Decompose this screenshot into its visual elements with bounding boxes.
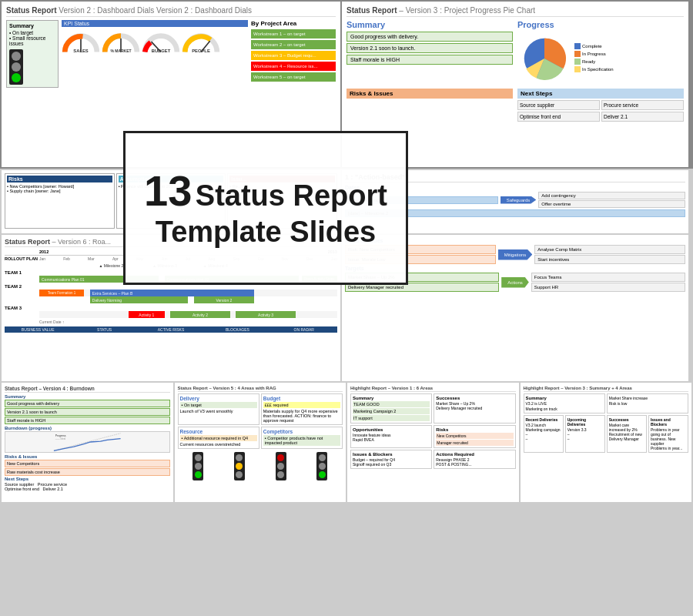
dial-sales: SALES <box>62 29 100 59</box>
risks-col: Risks • New Competitors [owner: Howard] … <box>5 173 115 229</box>
safeguard1: Add contingency <box>538 192 685 199</box>
pie-chart-container: Complete In Progress Ready In Specificat… <box>517 32 684 85</box>
summary-title: Summary <box>9 23 55 28</box>
rag-budget: Budget £££ required Materials supply for… <box>261 393 343 425</box>
slide-highlight2: Highlight Report – Version 3 : Summary +… <box>521 383 692 502</box>
slide2-header: Status Report – Version 3 : Project Prog… <box>346 6 684 17</box>
ws2: Workstream 2 – on target <box>251 40 336 49</box>
rag-delivery: Delivery • On target Launch of V3 went s… <box>178 393 259 425</box>
overlay-content: 13 Status Report Template Slides <box>144 166 387 249</box>
dial-people: PEOPLE <box>182 29 220 59</box>
next-step-procure: Procure service <box>601 100 684 110</box>
highlight2-header: Highlight Report – Version 3 : Summary +… <box>524 386 689 392</box>
rag-competitors: Competitors • Competitor products have n… <box>261 427 343 449</box>
h1-issues: Issues & Blockers Budget – required for … <box>350 450 432 469</box>
h2-market-share: Market Share increase Risk is low <box>607 393 688 413</box>
dial-market: % MARKET <box>102 29 140 59</box>
h1-actions: Actions Required Reassign PHASE 2 POST &… <box>434 450 515 469</box>
summary-item3: Staff morale is HIGH <box>346 55 513 65</box>
action2: Support HR <box>531 283 685 292</box>
dial-budget: BUDGET <box>142 29 180 59</box>
svg-text:—— Ideal: —— Ideal <box>55 437 66 440</box>
traffic-light <box>9 49 23 85</box>
h2-upcoming: Upcoming Deliveries Version 3.3 – – <box>565 415 605 453</box>
mitigation1: Analyse Comp Matrix <box>534 245 685 254</box>
h1-opportunities: Opportunities Innovate feature ideas Rap… <box>350 425 432 448</box>
h1-risks: Risks New Competitors Manager recruited <box>434 425 515 448</box>
ws4: Workstream 4 – Resource iss... <box>251 62 336 71</box>
svg-text:SALES: SALES <box>73 49 89 53</box>
by-project-title: By Project Area <box>251 20 336 27</box>
next-step-deliver: Deliver 2.1 <box>601 112 684 122</box>
overlay-number: 13 <box>144 166 192 215</box>
action1: Focus Teams <box>531 273 685 282</box>
risks-issues-heading: Risks & Issues <box>346 89 513 99</box>
h2-recent: Recent Deliveries V3.2 launch Marketing … <box>524 415 564 453</box>
report-table: BUSINESS VALUESTATUSACTIVE RISKSBLOCKAGE… <box>5 326 337 333</box>
slide1-title: Status Report <box>6 6 57 15</box>
h2-summary: Summary V3.2 is LIVE Marketing on track <box>524 393 605 413</box>
burndown-chart: Progress —— Ideal <box>5 431 170 453</box>
h2-successes: Successes Market care increased by 2% Re… <box>607 415 647 453</box>
by-project-area: By Project Area Workstream 1 – on target… <box>251 20 336 88</box>
slide-rag: Status Report – Version 5 : 4 Areas with… <box>175 383 346 502</box>
h1-summary: Summary TEAM GOOD Marketing Campaign 2 I… <box>350 393 432 424</box>
kpi-title: KPI Status <box>62 20 248 27</box>
pie-legend: Complete In Progress Ready In Specificat… <box>574 43 614 74</box>
next-step-source: Source supplier <box>517 100 600 110</box>
summary-item1: Good progress with delivery. <box>346 32 513 42</box>
svg-text:BUDGET: BUDGET <box>152 49 171 53</box>
progress-heading: Progress <box>517 20 684 29</box>
slide-highlight1: Highlight Report – Version 1 : 6 Areas S… <box>347 383 519 502</box>
kpi-section: KPI Status SALES <box>62 20 248 88</box>
rag-traffic-lights <box>178 452 343 480</box>
highlight1-header: Highlight Report – Version 1 : 6 Areas <box>350 386 516 392</box>
safeguard2: Offer overtime <box>538 200 685 208</box>
ws1: Workstream 1 – on target <box>251 29 336 38</box>
ws5: Workstream 5 – on target <box>251 72 336 82</box>
h2-issues-blockers: Issues and Blockers Problems in year goi… <box>648 415 688 453</box>
rag-resource: Resource • Additional resource required … <box>178 427 259 449</box>
safeguards-arrow: Safeguards <box>500 196 537 204</box>
mitigation2: Start incentives <box>534 255 685 264</box>
slide-burndown: Status Report – Version 4 : Burndown Sum… <box>2 383 173 502</box>
next-steps-heading: Next Steps <box>517 89 684 99</box>
mitigations-arrow: Mitigations <box>498 249 533 260</box>
h1-successes: Successes Market Share – Up 2% Delivery … <box>434 393 515 424</box>
svg-text:PEOPLE: PEOPLE <box>192 49 210 53</box>
actions-arrow: Actions <box>501 277 529 288</box>
next-step-optimise: Optimise front end <box>517 112 600 122</box>
team3-section: TEAM 3 Activity 1 Activity 2 Activity 3 … <box>5 306 337 324</box>
summary-panel: Summary • On target • Small resource iss… <box>6 20 59 88</box>
burndown-header: Status Report – Version 4 : Burndown <box>5 386 170 393</box>
ws3: Workstream 3 – Budget requ... <box>251 51 336 60</box>
svg-text:% MARKET: % MARKET <box>110 49 131 53</box>
overlay-text-box: 13 Status Report Template Slides <box>123 131 408 285</box>
overlay-line2: Template Slides <box>156 216 377 248</box>
rag-header: Status Report – Version 5 : 4 Areas with… <box>178 386 343 392</box>
slide1-subtitle: Version 2 : Dashboard Dials <box>59 6 154 15</box>
team2-section: TEAM 2 Team Formation 1 Extra Services –… <box>5 284 337 304</box>
risks-col-title: Risks <box>7 176 112 182</box>
summary-item2: Version 2.1 soon to launch. <box>346 43 513 53</box>
summary-heading: Summary <box>346 20 513 29</box>
overlay-line1: Status Report <box>196 179 387 212</box>
